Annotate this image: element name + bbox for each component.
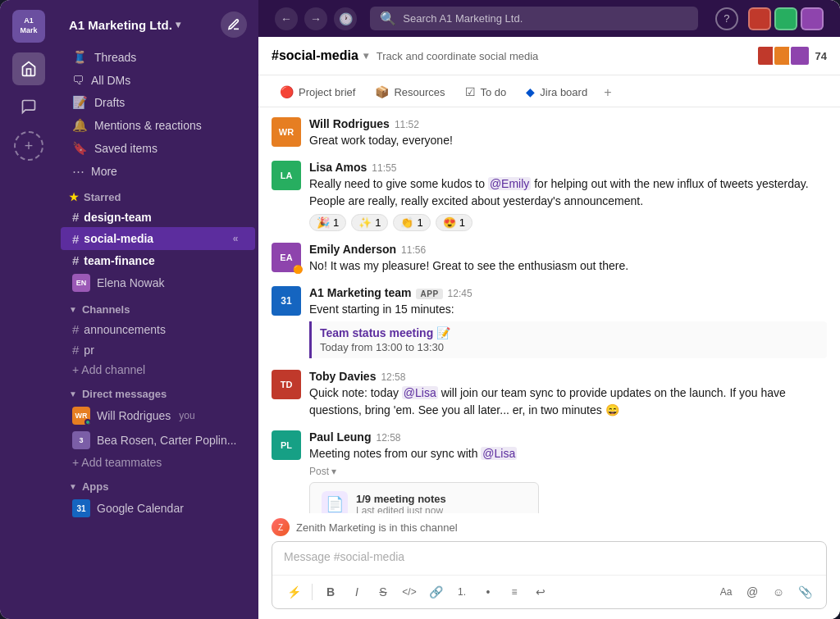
sidebar-dm-elena[interactable]: EN Elena Nowak xyxy=(61,271,255,295)
channel-dropdown-icon: ▾ xyxy=(363,50,368,61)
message-body: Emily Anderson 11:56 No! It was my pleas… xyxy=(309,243,827,275)
message-text: Quick note: today @Lisa will join our te… xyxy=(309,385,827,419)
workspace-logo[interactable]: A1Mark xyxy=(12,10,45,43)
sidebar-item-threads[interactable]: 🧵 Threads xyxy=(61,46,255,69)
online-status-dot xyxy=(84,419,90,425)
message-author: A1 Marketing team xyxy=(309,286,411,299)
add-teammates-btn[interactable]: + Add teammates xyxy=(61,453,255,472)
add-tab-button[interactable]: + xyxy=(599,79,616,107)
hash-icon: # xyxy=(72,253,79,267)
sidebar-item-all-dms[interactable]: 🗨 All DMs xyxy=(61,69,255,91)
to-do-icon: ☑ xyxy=(465,85,476,98)
forward-button[interactable]: → xyxy=(304,7,327,30)
sidebar-item-more[interactable]: ⋯ More xyxy=(61,160,255,183)
hash-icon: # xyxy=(72,322,79,336)
app-badge: APP xyxy=(416,289,442,299)
apps-section-label[interactable]: ▼ Apps xyxy=(57,472,258,496)
table-row: 31 A1 Marketing team APP 12:45 Event sta… xyxy=(272,286,827,358)
global-search-bar[interactable]: 🔍 Search A1 Marketing Ltd. xyxy=(370,7,698,30)
starred-section-label: ★ Starred xyxy=(57,183,258,207)
tab-jira-board[interactable]: ◆ Jira board xyxy=(518,79,596,107)
member-avatars-group[interactable]: 74 xyxy=(761,45,827,66)
sidebar-channel-announcements[interactable]: # announcements xyxy=(61,319,255,339)
toolbar-undo-btn[interactable]: ↩ xyxy=(529,580,552,603)
post-label[interactable]: Post ▾ xyxy=(309,466,827,477)
toolbar-aa-btn[interactable]: Aa xyxy=(714,580,737,603)
channel-push-pin-icon: « xyxy=(227,230,244,247)
reaction-pill[interactable]: 😍 1 xyxy=(436,214,472,231)
group-avatar: 3 xyxy=(72,431,90,449)
more-icon: ⋯ xyxy=(72,164,84,179)
sidebar-channel-social-media[interactable]: # social-media « xyxy=(61,227,255,250)
badge-icon: 🟠 xyxy=(293,265,303,274)
toolbar-strikethrough-btn[interactable]: S xyxy=(372,580,395,603)
current-user-avatar[interactable] xyxy=(801,7,824,30)
sidebar-channel-pr[interactable]: # pr xyxy=(61,339,255,360)
channel-title[interactable]: #social-media ▾ xyxy=(272,48,368,63)
reaction-pill[interactable]: 🎉 1 xyxy=(309,214,346,231)
sidebar-icon-dms[interactable] xyxy=(12,90,45,123)
message-input-field[interactable]: Message #social-media xyxy=(272,542,826,575)
avatar: TD xyxy=(272,370,301,399)
message-author: Emily Anderson xyxy=(309,243,396,256)
sidebar-channel-design-team[interactable]: # design-team xyxy=(61,207,255,227)
add-channel-btn[interactable]: + Add channel xyxy=(61,360,255,380)
table-row: EA 🟠 Emily Anderson 11:56 No! It was my … xyxy=(272,243,827,275)
member-count: 74 xyxy=(815,50,827,62)
channels-section-label[interactable]: ▼ Channels xyxy=(57,295,258,319)
tab-to-do[interactable]: ☑ To do xyxy=(457,79,515,107)
top-avatar-1[interactable] xyxy=(748,7,771,30)
star-icon: ★ xyxy=(69,191,79,203)
message-text: No! It was my pleasure! Great to see the… xyxy=(309,257,827,275)
mentions-icon: 🔔 xyxy=(72,118,88,133)
compose-button[interactable] xyxy=(221,11,247,38)
add-workspace-btn[interactable]: + xyxy=(14,131,43,161)
top-avatar-2[interactable] xyxy=(774,7,797,30)
sidebar-item-drafts[interactable]: 📝 Drafts xyxy=(61,91,255,114)
messages-area[interactable]: WR Will Rodrigues 11:52 Great work today… xyxy=(258,107,840,513)
toolbar-bullet-list-btn[interactable]: • xyxy=(477,580,500,603)
tab-project-brief[interactable]: 🔴 Project brief xyxy=(272,79,363,107)
back-button[interactable]: ← xyxy=(275,7,298,30)
you-label: you xyxy=(179,410,194,421)
history-button[interactable]: 🕐 xyxy=(334,7,357,30)
help-button[interactable]: ? xyxy=(715,7,738,30)
workspace-name[interactable]: A1 Marketing Ltd. ▾ xyxy=(69,18,180,32)
sidebar-channel-team-finance[interactable]: # team-finance xyxy=(61,250,255,271)
message-placeholder: Message #social-media xyxy=(284,550,404,563)
toolbar-attach-btn[interactable]: 📎 xyxy=(793,580,816,603)
toolbar-code-btn[interactable]: </> xyxy=(398,580,421,603)
message-time: 12:58 xyxy=(376,432,400,444)
toolbar-ordered-list-btn[interactable]: 1. xyxy=(450,580,473,603)
toolbar-mention-btn[interactable]: @ xyxy=(741,580,764,603)
sidebar-dm-will[interactable]: WR Will Rodrigues you xyxy=(61,403,255,428)
reaction-pill[interactable]: ✨ 1 xyxy=(351,214,388,231)
jira-icon: ◆ xyxy=(526,85,535,98)
toolbar-link-btn[interactable]: 🔗 xyxy=(424,580,447,603)
apps-collapse-icon: ▼ xyxy=(69,482,77,491)
toolbar-right-group: Aa @ ☺ 📎 xyxy=(714,580,816,603)
event-link[interactable]: Team status meeting 📝 xyxy=(320,326,819,339)
mention-lisa: @Lisa xyxy=(402,386,438,399)
direct-messages-section-label[interactable]: ▼ Direct messages xyxy=(57,380,258,403)
toolbar-italic-btn[interactable]: I xyxy=(345,580,368,603)
table-row: LA Lisa Amos 11:55 Really need to give s… xyxy=(272,161,827,231)
sidebar-item-saved[interactable]: 🔖 Saved items xyxy=(61,137,255,160)
drafts-icon: 📝 xyxy=(72,95,88,110)
sidebar-icon-home[interactable] xyxy=(12,52,45,85)
reaction-pill[interactable]: 👏 1 xyxy=(393,214,430,231)
sidebar-app-google-calendar[interactable]: 31 Google Calendar xyxy=(61,496,255,521)
toolbar-lightning-btn[interactable]: ⚡ xyxy=(282,580,305,603)
sidebar-item-mentions[interactable]: 🔔 Mentions & reactions xyxy=(61,114,255,137)
doc-icon: 📄 xyxy=(322,491,348,513)
tab-resources[interactable]: 📦 Resources xyxy=(367,79,453,107)
message-body: Toby Davies 12:58 Quick note: today @Lis… xyxy=(309,370,827,419)
saved-icon: 🔖 xyxy=(72,141,88,156)
document-card[interactable]: 📄 1/9 meeting notes Last edited just now xyxy=(309,482,539,513)
toolbar-indent-btn[interactable]: ≡ xyxy=(503,580,526,603)
message-author: Will Rodrigues xyxy=(309,117,390,130)
toolbar-bold-btn[interactable]: B xyxy=(319,580,342,603)
sidebar-dm-group[interactable]: 3 Bea Rosen, Carter Poplin... xyxy=(61,428,255,453)
message-text: Meeting notes from our sync with @Lisa xyxy=(309,445,827,462)
toolbar-emoji-btn[interactable]: ☺ xyxy=(767,580,790,603)
